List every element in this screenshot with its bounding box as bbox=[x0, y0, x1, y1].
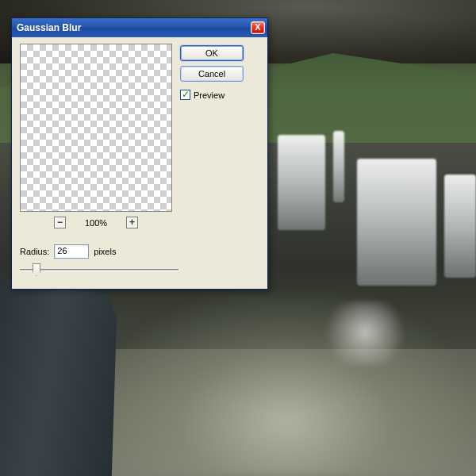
close-button[interactable]: X bbox=[251, 21, 265, 34]
radius-unit: pixels bbox=[94, 247, 116, 256]
check-icon: ✓ bbox=[182, 90, 190, 99]
bg-mist bbox=[95, 294, 476, 476]
radius-label: Radius: bbox=[20, 247, 49, 256]
gaussian-blur-dialog: Gaussian Blur X − 100% + bbox=[11, 17, 268, 290]
zoom-in-button[interactable]: + bbox=[126, 217, 138, 228]
zoom-value: 100% bbox=[80, 218, 112, 228]
bg-cliff bbox=[0, 278, 127, 476]
cancel-button[interactable]: Cancel bbox=[180, 66, 244, 82]
bg-waterfall bbox=[333, 131, 344, 202]
dialog-title: Gaussian Blur bbox=[17, 22, 81, 33]
preview-area[interactable] bbox=[20, 44, 172, 212]
zoom-out-button[interactable]: − bbox=[54, 217, 66, 228]
preview-checkbox[interactable]: ✓ bbox=[180, 90, 190, 100]
dialog-body: − 100% + OK Cancel ✓ Preview bbox=[12, 37, 267, 289]
radius-slider[interactable] bbox=[20, 262, 178, 278]
radius-input[interactable]: 26 bbox=[54, 244, 89, 259]
ok-button[interactable]: OK bbox=[180, 45, 244, 61]
plus-icon: + bbox=[129, 217, 135, 228]
slider-thumb[interactable] bbox=[33, 263, 40, 276]
bg-waterfall bbox=[357, 159, 436, 286]
dialog-titlebar[interactable]: Gaussian Blur X bbox=[12, 18, 267, 37]
slider-track bbox=[20, 269, 178, 271]
close-icon: X bbox=[255, 22, 260, 32]
transparency-checker bbox=[21, 44, 171, 211]
preview-checkbox-label: Preview bbox=[194, 90, 225, 100]
bg-waterfall bbox=[278, 135, 325, 230]
bg-waterfall bbox=[444, 175, 476, 278]
minus-icon: − bbox=[57, 217, 63, 228]
